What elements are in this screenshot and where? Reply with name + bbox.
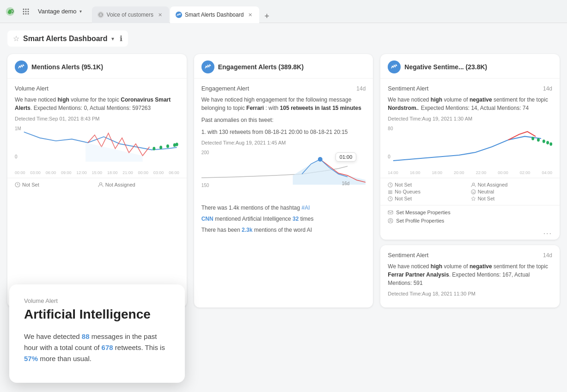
negative-alert-card: Negative Sentime... (23.8K) Sentiment Al…: [380, 54, 560, 240]
tab-smart-label: Smart Alerts Dashboard: [185, 12, 244, 18]
svg-rect-27: [388, 190, 392, 191]
svg-point-10: [152, 147, 155, 151]
negative-alert-age: 14d: [543, 85, 552, 92]
svg-point-19: [318, 157, 323, 162]
clock-icon-3: [388, 196, 393, 201]
overlay-line1-post3: more than usual.: [38, 355, 91, 362]
overlay-line1-post2: retweets. This is: [113, 344, 165, 351]
engagement-chart: 200 150 01:00: [201, 150, 366, 196]
mentions-card-header: Mentions Alerts (95.1K): [7, 54, 187, 78]
mentions-detected-time: Detected Time:Sep 01, 2021 8:43 PM: [15, 116, 179, 121]
negative-alert-text-2: We have noticed high volume of negative …: [388, 262, 552, 287]
negative-queue-text: No Queues: [395, 189, 421, 194]
svg-point-0: [23, 8, 24, 10]
set-message-properties-item[interactable]: Set Message Properties: [388, 208, 552, 217]
svg-point-32: [474, 191, 474, 191]
star-icon[interactable]: ☆: [13, 34, 19, 43]
tab-bar: Voice of customers ✕ Smart Alerts Dashbo…: [92, 0, 563, 23]
title-chevron-icon[interactable]: ▾: [111, 36, 114, 42]
add-tab-button[interactable]: +: [260, 10, 273, 23]
mentions-assignee-text: Not Assigned: [105, 182, 135, 187]
engagement-past-anomalies: Past anomalies on this tweet:: [201, 116, 366, 124]
svg-point-1: [25, 8, 27, 10]
app-logo: [4, 5, 17, 18]
svg-point-11: [159, 145, 162, 149]
person-icon: [98, 182, 104, 187]
page-header: ☆ Smart Alerts Dashboard ▾ ℹ: [7, 30, 128, 47]
negative-footer-sentiment: Neutral: [471, 189, 552, 194]
mentions-alert-text: We have noticed high volume for the topi…: [15, 96, 179, 112]
svg-point-13: [173, 143, 176, 147]
overlay-line1-pre: We have detected: [24, 332, 82, 340]
person-icon-2: [471, 182, 476, 187]
mentions-alert-type-row: Volume Alert: [15, 85, 179, 92]
overlay-body-text: We have detected 88 messages in the past…: [24, 331, 170, 364]
svg-point-12: [166, 145, 169, 148]
overlay-num1: 88: [82, 332, 90, 340]
negative-footer-star: Not Set: [471, 196, 552, 201]
negative-alert-text: We have noticed high volume of negative …: [388, 96, 552, 112]
svg-point-22: [543, 139, 545, 143]
page-title: Smart Alerts Dashboard: [23, 35, 108, 43]
negative-detected-time: Detected Time:Aug 19, 2021 1:30 AM: [388, 116, 552, 121]
engagement-line-3: There has been 2.3k mentions of the word…: [201, 226, 366, 234]
clock-icon-2: [388, 182, 393, 187]
engagement-detected-time: Detected Time:Aug 19, 2021 1:45 AM: [201, 140, 366, 145]
svg-point-20: [532, 137, 535, 140]
workspace-label: Vantage demo: [38, 8, 77, 15]
set-profile-properties-item[interactable]: Set Profile Properties: [388, 217, 552, 225]
negative-card-2-body: Sentiment Alert 14d We have noticed high…: [380, 245, 560, 308]
engagement-extra-lines: There was 1.4k mentions of the hashtag #…: [201, 200, 366, 234]
more-options-dots[interactable]: ···: [380, 228, 560, 240]
negative-icon: [388, 60, 401, 73]
engagement-icon: [201, 60, 214, 73]
svg-point-7: [25, 13, 27, 14]
mentions-footer-assignee: Not Assigned: [98, 182, 179, 187]
svg-point-8: [28, 13, 29, 14]
negative-alert-card-2: Sentiment Alert 14d We have noticed high…: [380, 245, 560, 308]
negative-x-labels: 14:00 16:00 18:00 20:00 22:00 00:00 02:0…: [388, 170, 552, 175]
negative-assignee-text: Not Assigned: [478, 182, 508, 187]
mentions-card-title: Mentions Alerts (95.1K): [31, 63, 103, 71]
negative-status-text: Not Set: [395, 182, 412, 187]
engagement-y-bottom: 150: [201, 183, 209, 188]
tab-smart[interactable]: Smart Alerts Dashboard ✕: [170, 6, 259, 23]
mentions-icon: [15, 60, 28, 73]
mentions-chart-svg: [15, 126, 179, 168]
engagement-alert-card: Engagement Alerts (389.8K) Engagement Al…: [194, 54, 373, 308]
app-switcher[interactable]: [20, 6, 31, 17]
svg-point-26: [472, 183, 475, 185]
tab-voice-label: Voice of customers: [107, 12, 153, 18]
engagement-alert-text: We have noticed high engagement for the …: [201, 96, 366, 112]
negative-alert-type: Sentiment Alert: [388, 85, 428, 92]
svg-rect-28: [388, 192, 392, 192]
engagement-date-label: 16d: [342, 181, 350, 186]
overlay-body: We have detected 88 messages in the past…: [24, 331, 170, 364]
negative-footer: Not Set Not Assigned No Queues Neutral: [380, 178, 560, 205]
negative-alert-type-2: Sentiment Alert: [388, 252, 428, 259]
tab-smart-close[interactable]: ✕: [246, 11, 254, 18]
mentions-card-body: Volume Alert We have noticed high volume…: [7, 78, 187, 178]
tab-voice[interactable]: Voice of customers ✕: [92, 6, 169, 23]
mentions-chart: 1M 0: [15, 126, 179, 168]
negative-sentiment-text: Neutral: [478, 189, 494, 194]
engagement-alert-type: Engagement Alert: [201, 85, 249, 92]
workspace-selector[interactable]: Vantage demo ▾: [33, 6, 86, 17]
negative-column: Negative Sentime... (23.8K) Sentiment Al…: [380, 54, 560, 308]
negative-y-top: 80: [388, 126, 393, 131]
engagement-line-1: There was 1.4k mentions of the hashtag #…: [201, 204, 366, 212]
negative-alert-type-row: Sentiment Alert 14d: [388, 85, 552, 92]
svg-point-6: [23, 13, 24, 14]
svg-point-17: [99, 183, 102, 185]
negative-chart-svg: [388, 126, 552, 168]
browser-chrome: Vantage demo ▾ Voice of customers ✕ Smar…: [0, 0, 567, 23]
user-circle-icon: [388, 218, 393, 223]
svg-point-2: [28, 8, 29, 10]
tab-voice-close[interactable]: ✕: [156, 11, 164, 18]
mentions-y-top: 1M: [15, 126, 21, 131]
svg-point-23: [547, 141, 549, 145]
tab-voice-icon: [98, 12, 104, 18]
svg-point-14: [176, 143, 178, 146]
tab-smart-icon: [176, 12, 182, 18]
info-icon[interactable]: ℹ: [120, 34, 122, 43]
